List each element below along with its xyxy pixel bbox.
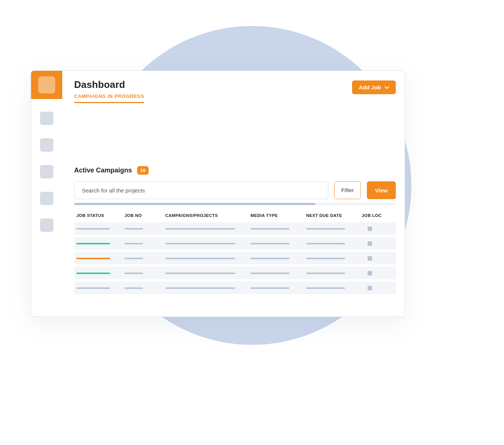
placeholder-bar — [76, 273, 110, 274]
sidebar — [31, 71, 62, 317]
sidebar-item-2[interactable] — [40, 138, 53, 152]
sidebar-items — [40, 112, 53, 232]
table-cell — [306, 228, 362, 230]
placeholder-bar — [76, 258, 110, 259]
table-cell — [251, 243, 306, 244]
square-icon — [368, 241, 372, 246]
chevron-down-icon — [385, 85, 389, 90]
table-cell — [165, 273, 251, 274]
table-cell — [362, 271, 395, 276]
table-cell — [362, 227, 395, 231]
table-cell — [306, 287, 362, 289]
placeholder-bar — [306, 228, 345, 230]
placeholder-bar — [76, 243, 110, 244]
stage: Dashboard CAMPAIGNS IN PROGRESS Add Job … — [0, 0, 504, 445]
placeholder-bar — [125, 243, 143, 244]
table-cell — [306, 273, 362, 274]
table-cell — [76, 273, 125, 274]
th-media-type[interactable]: MEDIA TYPE — [251, 213, 306, 218]
table-cell — [125, 273, 165, 274]
sidebar-item-3[interactable] — [40, 165, 53, 178]
table-cell — [76, 243, 125, 244]
add-job-button[interactable]: Add Job — [352, 80, 396, 94]
placeholder-bar — [125, 287, 143, 289]
table-cell — [251, 258, 306, 259]
sidebar-item-4[interactable] — [40, 192, 53, 205]
tab-row: CAMPAIGNS IN PROGRESS — [74, 93, 144, 103]
app-window: Dashboard CAMPAIGNS IN PROGRESS Add Job … — [31, 70, 405, 317]
section-title-row: Active Campaigns 16 — [74, 166, 396, 175]
square-icon — [368, 271, 372, 276]
placeholder-bar — [125, 258, 143, 259]
table-cell — [76, 287, 125, 289]
active-campaigns-count: 16 — [137, 166, 148, 175]
sidebar-item-5[interactable] — [40, 218, 53, 232]
scrollbar-thumb[interactable] — [74, 203, 315, 205]
table-cell — [251, 228, 306, 230]
placeholder-bar — [165, 243, 235, 244]
table-cell — [125, 228, 165, 230]
placeholder-bar — [125, 273, 143, 274]
placeholder-bar — [306, 243, 345, 244]
sidebar-logo[interactable] — [31, 71, 62, 99]
table-row[interactable] — [74, 222, 396, 235]
main-content: Dashboard CAMPAIGNS IN PROGRESS Add Job … — [62, 71, 405, 317]
placeholder-bar — [306, 287, 345, 289]
placeholder-bar — [251, 258, 289, 259]
table-cell — [125, 287, 165, 289]
title-block: Dashboard CAMPAIGNS IN PROGRESS — [74, 79, 144, 103]
tab-campaigns-in-progress[interactable]: CAMPAIGNS IN PROGRESS — [74, 93, 144, 103]
placeholder-bar — [306, 273, 345, 274]
th-job-no[interactable]: JOB NO — [125, 213, 165, 218]
placeholder-bar — [251, 243, 289, 244]
table-cell — [251, 287, 306, 289]
campaigns-table: JOB STATUS JOB NO CAMPAIGNS/PROJECTS MED… — [74, 209, 396, 294]
logo-icon — [38, 76, 55, 93]
table-body — [74, 222, 396, 294]
table-row[interactable] — [74, 237, 396, 250]
th-campaigns[interactable]: CAMPAIGNS/PROJECTS — [165, 213, 251, 218]
table-cell — [362, 256, 395, 261]
horizontal-scrollbar[interactable] — [74, 203, 396, 205]
table-cell — [362, 241, 395, 246]
table-cell — [125, 243, 165, 244]
placeholder-bar — [165, 287, 235, 289]
placeholder-bar — [251, 228, 289, 230]
placeholder-bar — [306, 258, 345, 259]
table-row[interactable] — [74, 267, 396, 279]
placeholder-bar — [76, 228, 110, 230]
placeholder-bar — [251, 287, 289, 289]
placeholder-bar — [76, 287, 110, 289]
table-cell — [76, 228, 125, 230]
square-icon — [368, 286, 372, 290]
page-title: Dashboard — [74, 79, 144, 90]
sidebar-item-1[interactable] — [40, 112, 53, 125]
placeholder-bar — [251, 273, 289, 274]
controls-row: Filter View — [74, 181, 396, 199]
table-cell — [306, 243, 362, 244]
add-job-label: Add Job — [359, 84, 381, 90]
placeholder-bar — [165, 228, 235, 230]
table-cell — [165, 258, 251, 259]
table-cell — [362, 286, 395, 290]
th-job-loc[interactable]: JOB LOC — [362, 213, 395, 218]
table-cell — [306, 258, 362, 259]
filter-button[interactable]: Filter — [334, 181, 361, 199]
table-header-row: JOB STATUS JOB NO CAMPAIGNS/PROJECTS MED… — [74, 209, 396, 222]
table-row[interactable] — [74, 252, 396, 264]
search-input[interactable] — [74, 181, 328, 199]
th-job-status[interactable]: JOB STATUS — [76, 213, 125, 218]
placeholder-bar — [165, 273, 235, 274]
th-next-due[interactable]: NEXT DUE DATE — [306, 213, 362, 218]
square-icon — [368, 227, 372, 231]
table-cell — [165, 287, 251, 289]
table-row[interactable] — [74, 281, 396, 294]
table-cell — [165, 243, 251, 244]
view-button[interactable]: View — [367, 181, 396, 199]
square-icon — [368, 256, 372, 261]
table-cell — [125, 258, 165, 259]
section-title: Active Campaigns — [74, 167, 132, 174]
table-cell — [165, 228, 251, 230]
placeholder-bar — [125, 228, 143, 230]
header-row: Dashboard CAMPAIGNS IN PROGRESS Add Job — [74, 79, 396, 103]
